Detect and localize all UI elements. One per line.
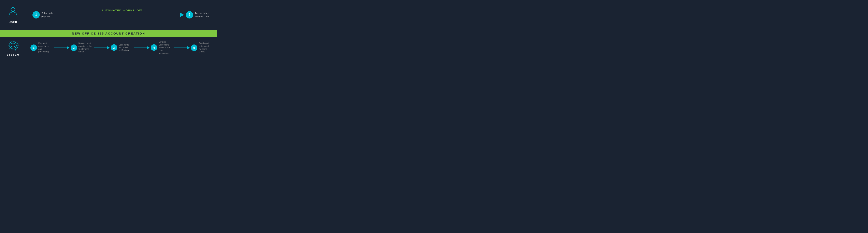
top-flow: 1 Subscription payment AUTOMATED WORKFLO… bbox=[32, 11, 211, 19]
top-step-1-number: 1 bbox=[35, 13, 37, 17]
top-row: USER 1 Subscription payment AUTOMATED WO… bbox=[0, 0, 217, 30]
bottom-step-4: 4 SP Site Collections creation and User … bbox=[151, 40, 173, 54]
top-step-2-label: Access to My-Know account bbox=[195, 12, 211, 18]
user-actor-cell: USER bbox=[0, 0, 26, 30]
bottom-step-3-number: 3 bbox=[113, 46, 115, 49]
bottom-step-5-bubble: 5 bbox=[191, 45, 197, 51]
workflow-label: AUTOMATED WORKFLOW bbox=[101, 9, 142, 12]
svg-point-1 bbox=[11, 43, 15, 47]
user-actor-label: USER bbox=[9, 21, 17, 24]
bottom-step-5-label: Sending of automated welcome emails bbox=[199, 42, 213, 53]
bottom-step-3: 3 User name and email verification bbox=[111, 43, 133, 52]
bottom-arrow-4 bbox=[174, 48, 190, 48]
user-icon bbox=[7, 6, 19, 19]
bottom-row: SYSTEM 1 Payment acceptance and processi… bbox=[0, 37, 217, 58]
bottom-arrow-2 bbox=[94, 48, 110, 48]
top-arrow-line: AUTOMATED WORKFLOW bbox=[60, 14, 184, 15]
bottom-step-1-number: 1 bbox=[33, 46, 34, 49]
bottom-step-3-bubble: 3 bbox=[111, 44, 117, 51]
top-step-2-bubble: 2 bbox=[186, 11, 193, 19]
bottom-step-4-bubble: 4 bbox=[151, 44, 157, 51]
bottom-arrow-1 bbox=[54, 48, 69, 48]
system-actor-label: SYSTEM bbox=[7, 53, 19, 56]
bottom-step-5-number: 5 bbox=[193, 46, 195, 49]
diagram-container: USER 1 Subscription payment AUTOMATED WO… bbox=[0, 0, 217, 58]
banner-text: NEW OFFICE 365 ACCOUNT CREATION bbox=[72, 32, 145, 35]
bottom-step-4-number: 4 bbox=[153, 46, 155, 49]
bottom-arrow-3 bbox=[134, 48, 150, 48]
svg-point-0 bbox=[11, 7, 15, 11]
green-banner: NEW OFFICE 365 ACCOUNT CREATION bbox=[0, 30, 217, 37]
top-step-2-number: 2 bbox=[189, 13, 190, 17]
bottom-step-2-number: 2 bbox=[73, 46, 75, 49]
bottom-step-2-bubble: 2 bbox=[70, 45, 77, 51]
bottom-flow-area: 1 Payment acceptance and processing 2 Ne… bbox=[26, 37, 217, 58]
top-step-1-bubble: 1 bbox=[32, 11, 40, 19]
bottom-step-1: 1 Payment acceptance and processing bbox=[30, 42, 53, 53]
system-icon bbox=[7, 39, 19, 52]
svg-point-2 bbox=[9, 41, 17, 49]
bottom-step-2-label: New account creation in the Customer's t… bbox=[79, 42, 93, 53]
bottom-step-5: 5 Sending of automated welcome emails bbox=[191, 42, 213, 53]
bottom-step-3-label: User name and email verification bbox=[119, 43, 133, 52]
bottom-step-2: 2 New account creation in the Customer's… bbox=[70, 42, 93, 53]
bottom-step-4-label: SP Site Collections creation and User as… bbox=[159, 40, 173, 54]
top-flow-area: 1 Subscription payment AUTOMATED WORKFLO… bbox=[26, 0, 217, 30]
bottom-step-1-label: Payment acceptance and processing bbox=[38, 42, 53, 53]
bottom-step-1-bubble: 1 bbox=[30, 45, 37, 51]
system-actor-cell: SYSTEM bbox=[0, 37, 26, 58]
top-step-1-label: Subscription payment bbox=[41, 12, 58, 18]
